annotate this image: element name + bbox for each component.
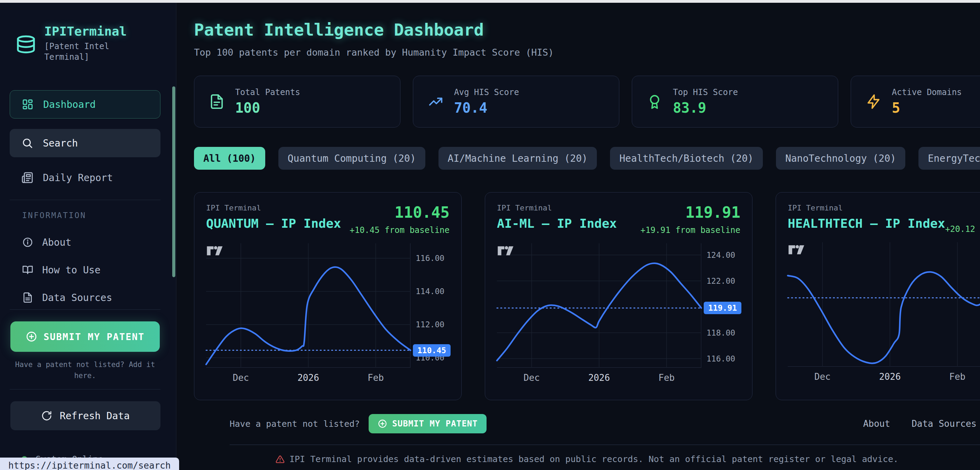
footer-divider [230, 445, 980, 445]
chart-title: AI-ML — IP Index [497, 216, 617, 230]
sidebar-item-data-sources[interactable]: Data Sources [10, 287, 161, 308]
chart-change: +10.45 from baseline [350, 225, 450, 235]
stat-value: 100 [235, 100, 300, 116]
chart-brand: IPI Terminal [497, 203, 617, 212]
newspaper-icon [21, 172, 33, 184]
healthtech-line-chart[interactable]: Dec2026Feb [788, 242, 980, 382]
zap-icon [865, 94, 881, 110]
filter-chip-nanotech[interactable]: NanoTechnology (20) [776, 147, 905, 170]
x-axis-tick: Dec [523, 373, 540, 383]
page-title: Patent Intelligence Dashboard [194, 20, 980, 40]
y-axis-tick: 116.00 [416, 254, 444, 263]
refresh-data-label: Refresh Data [60, 410, 130, 422]
filter-chip-energytech[interactable]: EnergyTech/CleanTech (20) [918, 147, 980, 170]
search-icon [21, 137, 33, 149]
stat-value: 70.4 [454, 100, 519, 116]
app-title: IPITerminal [44, 24, 127, 38]
chart-header: IPI Terminal HEALTHTECH — IP Index +20.1… [788, 203, 980, 234]
chart-title: HEALTHTECH — IP Index [788, 216, 945, 230]
quantum-line-chart[interactable]: 116.00114.00112.00110.00110.45Dec2026Feb [206, 243, 450, 383]
last-price-label: 119.91 [704, 302, 741, 314]
chart-value-block: 110.45 +10.45 from baseline [350, 203, 450, 235]
chart-current-value: 110.45 [350, 203, 450, 221]
chart-plot-area[interactable] [497, 243, 701, 368]
chart-y-axis: 124.00122.00118.00116.00119.91 [702, 243, 743, 368]
footer-prompt: Have a patent not listed? [230, 419, 360, 429]
chart-x-axis: Dec2026Feb [497, 368, 701, 383]
stat-card-active-domains: Active Domains 5 [851, 76, 980, 127]
x-axis-tick: Feb [949, 372, 966, 382]
submit-hint-text: Have a patent not listed? Add it here. [14, 359, 156, 381]
filter-chip-all[interactable]: All (100) [194, 147, 265, 170]
sidebar-item-daily-report[interactable]: Daily Report [10, 164, 161, 191]
dashboard-grid-icon [22, 98, 33, 110]
sidebar-item-label: Daily Report [43, 172, 113, 184]
chart-plot-area[interactable] [206, 243, 410, 368]
footer-bar: Have a patent not listed? SUBMIT MY PATE… [230, 414, 980, 433]
footer-link-about[interactable]: About [863, 419, 890, 429]
y-axis-tick: 122.00 [706, 276, 735, 286]
sidebar-divider [10, 309, 161, 310]
stat-text-block: Total Patents 100 [235, 87, 300, 116]
sidebar: IPITerminal [Patent Intel Terminal] Dash… [0, 3, 177, 470]
chart-title-block: IPI Terminal AI-ML — IP Index [497, 203, 617, 235]
main-content: Patent Intelligence Dashboard Top 100 pa… [177, 3, 980, 470]
warning-triangle-icon [275, 455, 285, 464]
footer-submit-label: SUBMIT MY PATENT [392, 419, 477, 429]
file-text-icon [209, 94, 225, 110]
sidebar-divider [10, 200, 161, 200]
y-axis-tick: 116.00 [706, 354, 735, 363]
chart-title: QUANTUM — IP Index [206, 216, 341, 230]
submit-patent-button[interactable]: SUBMIT MY PATENT [10, 321, 160, 352]
chart-value-block: +20.12 from baseline [945, 203, 980, 234]
refresh-data-button[interactable]: Refresh Data [10, 401, 161, 430]
sidebar-divider [10, 389, 161, 389]
stat-text-block: Active Domains 5 [892, 87, 962, 116]
tradingview-logo [497, 243, 514, 257]
sidebar-item-label: Search [43, 138, 78, 149]
domain-filter-row: All (100) Quantum Computing (20) AI/Mach… [194, 147, 980, 170]
filter-chip-healthtech[interactable]: HealthTech/Biotech (20) [610, 147, 763, 170]
stat-label: Active Domains [892, 87, 962, 97]
filter-chip-quantum[interactable]: Quantum Computing (20) [278, 147, 425, 170]
chart-plot-area[interactable] [788, 242, 980, 367]
stat-card-total-patents: Total Patents 100 [194, 76, 401, 127]
sidebar-item-how-to-use[interactable]: How to Use [10, 260, 161, 280]
chart-brand: IPI Terminal [788, 203, 945, 212]
plus-circle-icon [25, 331, 37, 343]
stat-value: 83.9 [673, 100, 738, 116]
sidebar-item-search[interactable]: Search [10, 129, 161, 157]
sidebar-item-label: Data Sources [42, 292, 112, 303]
footer-link-data-sources[interactable]: Data Sources [912, 419, 977, 429]
chart-current-value [945, 203, 980, 220]
chart-title-block: IPI Terminal QUANTUM — IP Index [206, 203, 341, 235]
charts-row: IPI Terminal QUANTUM — IP Index 110.45 +… [194, 192, 980, 400]
info-icon [22, 237, 33, 248]
top-strip [0, 0, 980, 3]
filter-chip-ai-ml[interactable]: AI/Machine Learning (20) [439, 147, 597, 170]
file-text-icon [22, 292, 33, 303]
stat-label: Top HIS Score [673, 87, 738, 97]
app-subtitle: [Patent Intel Terminal] [44, 41, 124, 62]
sidebar-item-dashboard[interactable]: Dashboard [10, 90, 161, 119]
stats-row: Total Patents 100 Avg HIS Score 70.4 T [194, 76, 980, 127]
sidebar-scrollbar-thumb[interactable] [172, 86, 175, 277]
ai-ml-line-chart[interactable]: 124.00122.00118.00116.00119.91Dec2026Feb [497, 243, 740, 383]
trending-up-icon [428, 94, 444, 110]
award-icon [647, 94, 663, 110]
stat-label: Avg HIS Score [454, 87, 519, 97]
sidebar-item-label: How to Use [42, 264, 101, 276]
tradingview-logo [206, 243, 223, 257]
chart-title-block: IPI Terminal HEALTHTECH — IP Index [788, 203, 945, 234]
app-logo: IPITerminal [Patent Intel Terminal] [15, 24, 127, 62]
stat-card-top-his: Top HIS Score 83.9 [632, 76, 838, 127]
x-axis-tick: Dec [233, 373, 249, 383]
chart-change: +19.91 from baseline [640, 225, 740, 235]
footer-submit-patent-button[interactable]: SUBMIT MY PATENT [369, 414, 487, 433]
chart-header: IPI Terminal QUANTUM — IP Index 110.45 +… [206, 203, 450, 235]
sidebar-item-about[interactable]: About [10, 232, 161, 252]
sidebar-item-label: Dashboard [43, 99, 96, 110]
refresh-icon [41, 410, 52, 421]
last-price-label: 110.45 [413, 344, 450, 357]
stat-label: Total Patents [235, 87, 300, 97]
